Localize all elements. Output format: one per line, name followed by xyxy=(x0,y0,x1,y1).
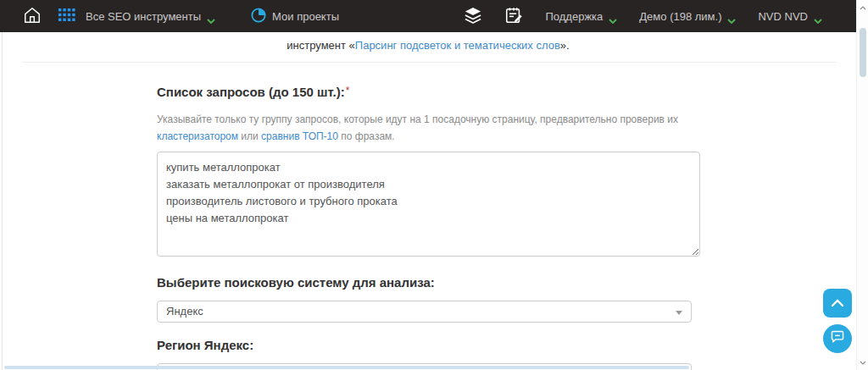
query-form: Список запросов (до 150 шт.):* Указывайт… xyxy=(157,85,700,370)
layers-button[interactable] xyxy=(464,7,482,26)
chevron-down-icon xyxy=(207,14,215,19)
layers-icon xyxy=(464,7,482,26)
vertical-scrollbar[interactable] xyxy=(856,0,868,370)
queries-field-label: Список запросов (до 150 шт.):* xyxy=(157,85,700,100)
intro-suffix: ». xyxy=(560,39,570,52)
menu-user-account[interactable]: NVD NVD xyxy=(758,10,822,23)
select-caret-icon xyxy=(676,311,682,315)
chat-widget-button[interactable] xyxy=(823,324,852,353)
page: Все SEO инструменты Мои проекты xyxy=(0,0,868,370)
section-divider xyxy=(22,62,837,63)
hint-text-3: по фразам. xyxy=(338,130,395,142)
intro-prefix: инструмент « xyxy=(287,39,354,52)
hint-text-1: Указывайте только ту группу запросов, ко… xyxy=(157,113,678,125)
chevron-down-icon xyxy=(609,14,617,19)
notes-edit-icon xyxy=(504,6,523,27)
search-engine-select[interactable]: Яндекс xyxy=(157,301,692,323)
scrollbar-up-arrow-icon[interactable] xyxy=(857,2,868,14)
projects-pie-icon xyxy=(251,8,266,25)
menu-my-projects[interactable]: Мои проекты xyxy=(251,8,339,25)
scroll-to-top-button[interactable] xyxy=(823,289,852,318)
support-label: Поддержка xyxy=(545,10,603,23)
search-engine-label: Выберите поисковую систему для анализа: xyxy=(157,275,700,290)
top-navbar: Все SEO инструменты Мои проекты xyxy=(0,0,856,32)
intro-text: инструмент «Парсинг подсветок и тематиче… xyxy=(0,39,856,52)
demo-limits-label: Демо (198 лим.) xyxy=(639,10,721,23)
clusterizer-link[interactable]: кластеризатором xyxy=(157,130,238,142)
hint-text-2: или xyxy=(238,130,261,142)
scrollbar-down-arrow-icon[interactable] xyxy=(857,356,868,368)
compare-top10-link[interactable]: сравнив ТОП-10 xyxy=(261,130,338,142)
queries-label-text: Список запросов (до 150 шт.): xyxy=(157,85,345,99)
menu-all-seo-tools[interactable]: Все SEO инструменты xyxy=(86,10,215,23)
notes-button[interactable] xyxy=(504,6,523,27)
region-label: Регион Яндекс: xyxy=(157,338,700,352)
search-engine-selected-value: Яндекс xyxy=(166,305,203,318)
chevron-down-icon xyxy=(727,14,736,19)
menu-support[interactable]: Поддержка xyxy=(545,10,617,23)
apps-grid-icon xyxy=(58,8,75,25)
content-left-border xyxy=(2,32,3,370)
home-icon xyxy=(23,6,42,27)
apps-grid-button[interactable] xyxy=(58,8,75,25)
chevron-down-icon xyxy=(814,14,822,19)
all-seo-tools-label: Все SEO инструменты xyxy=(86,10,201,23)
chat-bubble-icon xyxy=(830,329,845,348)
home-button[interactable] xyxy=(23,6,42,27)
chevron-up-icon xyxy=(831,295,844,311)
topbar-right-group: Поддержка Демо (198 лим.) NVD NVD xyxy=(464,6,822,27)
parsing-highlights-link[interactable]: Парсинг подсветок и тематических слов xyxy=(355,39,560,52)
queries-textarea[interactable]: купить металлопрокат заказать металлопро… xyxy=(157,152,700,257)
my-projects-label: Мои проекты xyxy=(272,10,339,23)
horizontal-scrollbar[interactable] xyxy=(4,366,689,369)
user-name-label: NVD NVD xyxy=(758,10,808,23)
main-content: инструмент «Парсинг подсветок и тематиче… xyxy=(0,32,856,370)
menu-demo-limits[interactable]: Демо (198 лим.) xyxy=(639,10,736,23)
required-asterisk: * xyxy=(346,85,350,97)
queries-hint: Указывайте только ту группу запросов, ко… xyxy=(157,112,700,146)
scrollbar-thumb[interactable] xyxy=(860,28,866,77)
